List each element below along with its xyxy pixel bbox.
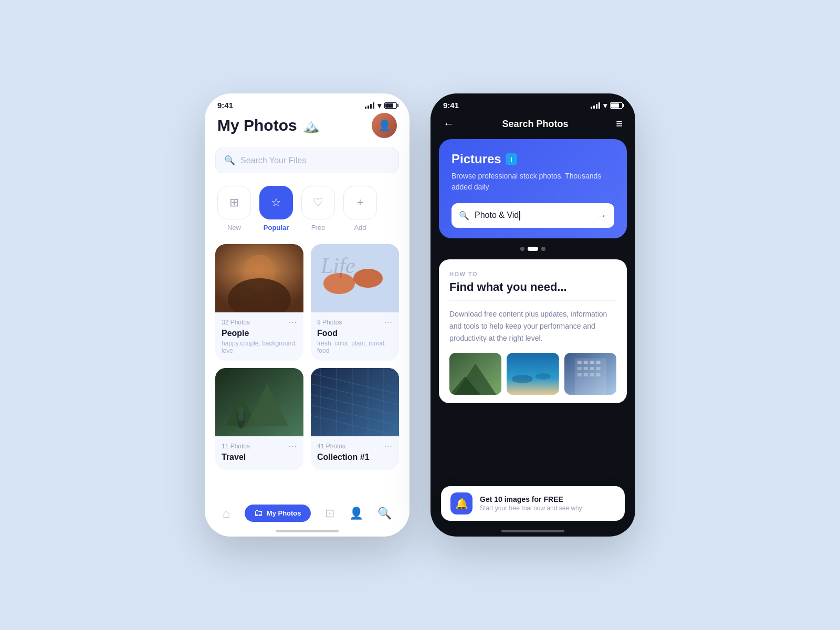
svg-rect-33 — [590, 361, 594, 364]
category-add[interactable]: + Add — [343, 186, 377, 232]
search-bar[interactable]: 🔍 Search Your Files — [215, 148, 399, 173]
people-tags: happy,couple, background, love — [222, 340, 297, 354]
svg-point-2 — [228, 278, 291, 312]
header-row: My Photos 🏔️ 👤 — [215, 113, 399, 138]
battery-icon-dark — [610, 102, 623, 109]
battery-icon — [384, 102, 397, 109]
status-icons-light: ▾ — [365, 101, 397, 110]
photo-thumb-travel — [215, 368, 303, 436]
card-search-arrow[interactable]: → — [596, 209, 607, 222]
avatar[interactable]: 👤 — [372, 113, 397, 138]
photo-card-people[interactable]: 32 Photos ··· People happy,couple, backg… — [215, 244, 303, 361]
status-bar-dark: 9:41 ▾ — [430, 93, 635, 113]
home-indicator-light — [276, 530, 339, 532]
phone-dark: 9:41 ▾ ← Search Photos ≡ — [430, 93, 635, 537]
status-icons-dark: ▾ — [591, 101, 623, 110]
phone-light: 9:41 ▾ My Photos 🏔️ — [205, 93, 410, 537]
svg-rect-31 — [577, 361, 581, 364]
category-popular[interactable]: ☆ Popular — [259, 186, 293, 232]
collection-count: 41 Photos — [317, 443, 345, 450]
photo-card-travel[interactable]: 11 Photos ··· Travel — [215, 368, 303, 470]
svg-rect-32 — [583, 361, 587, 364]
free-banner-icon: 🔔 — [450, 492, 472, 514]
status-time-dark: 9:41 — [443, 101, 459, 110]
search-icon: 🔍 — [224, 155, 235, 166]
signal-icon — [365, 102, 374, 109]
card-search-icon: 🔍 — [459, 211, 469, 220]
page-title: My Photos — [217, 117, 297, 134]
travel-count: 11 Photos — [222, 443, 250, 450]
menu-button[interactable]: ≡ — [616, 117, 623, 131]
how-to-images — [449, 353, 616, 395]
category-free[interactable]: ♡ Free — [301, 186, 335, 232]
how-to-img-beach[interactable] — [507, 353, 559, 395]
categories: ⊞ New ☆ Popular ♡ Free — [215, 186, 399, 232]
dot-2[interactable] — [528, 247, 538, 251]
svg-rect-41 — [590, 373, 594, 376]
card-search-typed: Photo & Vid — [475, 211, 591, 220]
svg-rect-0 — [215, 244, 303, 312]
category-free-label: Free — [311, 224, 326, 232]
category-popular-label: Popular — [264, 224, 289, 232]
photo-grid: 32 Photos ··· People happy,couple, backg… — [215, 244, 399, 470]
nav-myphotos[interactable]: 🗂 My Photos — [245, 505, 311, 522]
how-to-img-building[interactable] — [564, 353, 616, 395]
search-nav-icon: 🔍 — [377, 507, 392, 520]
free-banner[interactable]: 🔔 Get 10 images for FREE Start your free… — [441, 486, 625, 521]
food-more[interactable]: ··· — [384, 318, 393, 327]
card-search-input[interactable]: 🔍 Photo & Vid → — [452, 203, 614, 228]
search-input[interactable]: Search Your Files — [240, 156, 306, 165]
card-title: Pictures — [452, 152, 501, 166]
avatar-image: 👤 — [372, 113, 397, 138]
info-badge[interactable]: i — [506, 153, 517, 165]
collection-more[interactable]: ··· — [384, 442, 393, 451]
category-add-icon: + — [343, 186, 377, 219]
title-emoji: 🏔️ — [302, 118, 319, 134]
photo-card-collection[interactable]: 41 Photos ··· Collection #1 — [311, 368, 399, 470]
home-indicator-dark — [501, 530, 564, 532]
wifi-icon-dark: ▾ — [603, 101, 607, 110]
dot-3[interactable] — [541, 247, 545, 251]
people-more[interactable]: ··· — [289, 318, 297, 327]
wifi-icon: ▾ — [377, 101, 381, 110]
food-count: 9 Photos — [317, 319, 342, 326]
nav-myphotos-label: My Photos — [267, 509, 301, 517]
nav-search[interactable]: 🔍 — [377, 507, 392, 520]
phones-container: 9:41 ▾ My Photos 🏔️ — [205, 62, 635, 568]
travel-more[interactable]: ··· — [289, 442, 297, 451]
nav-gallery[interactable]: ⊡ — [325, 507, 334, 520]
category-new[interactable]: ⊞ New — [217, 186, 251, 232]
free-banner-text: Get 10 images for FREE Start your free t… — [480, 495, 584, 512]
back-button[interactable]: ← — [443, 117, 455, 131]
how-to-title: Find what you need... — [449, 280, 616, 294]
photo-thumb-food: Life — [311, 244, 399, 312]
nav-profile[interactable]: 👤 — [349, 507, 363, 520]
svg-rect-39 — [577, 373, 581, 376]
search-cursor — [519, 211, 520, 220]
page-title-row: My Photos 🏔️ — [217, 117, 319, 134]
category-add-label: Add — [354, 224, 366, 232]
photo-thumb-people — [215, 244, 303, 312]
food-tags: fresh, color, plant, mood, food — [317, 340, 393, 354]
collection-name: Collection #1 — [317, 453, 393, 462]
signal-icon-dark — [591, 102, 600, 109]
food-name: Food — [317, 329, 393, 338]
dot-1[interactable] — [520, 247, 524, 251]
how-to-desc: Download free content plus updates, info… — [449, 308, 616, 344]
how-to-label: HOW TO — [449, 271, 616, 277]
svg-rect-38 — [596, 367, 600, 370]
free-banner-subtitle: Start your free trial now and see why! — [480, 505, 584, 512]
svg-rect-34 — [596, 361, 600, 364]
svg-rect-35 — [577, 367, 581, 370]
status-bar-light: 9:41 ▾ — [205, 93, 410, 113]
svg-rect-26 — [507, 353, 559, 395]
free-banner-title: Get 10 images for FREE — [480, 495, 584, 503]
gallery-icon: ⊡ — [325, 507, 334, 520]
people-name: People — [222, 329, 297, 338]
how-to-divider — [449, 300, 616, 301]
home-icon: ⌂ — [223, 506, 230, 521]
nav-home[interactable]: ⌂ — [223, 506, 230, 521]
svg-rect-40 — [583, 373, 587, 376]
how-to-img-mountain[interactable] — [449, 353, 501, 395]
photo-card-food[interactable]: Life 9 Photos ··· Food fresh, color, pla… — [311, 244, 399, 361]
